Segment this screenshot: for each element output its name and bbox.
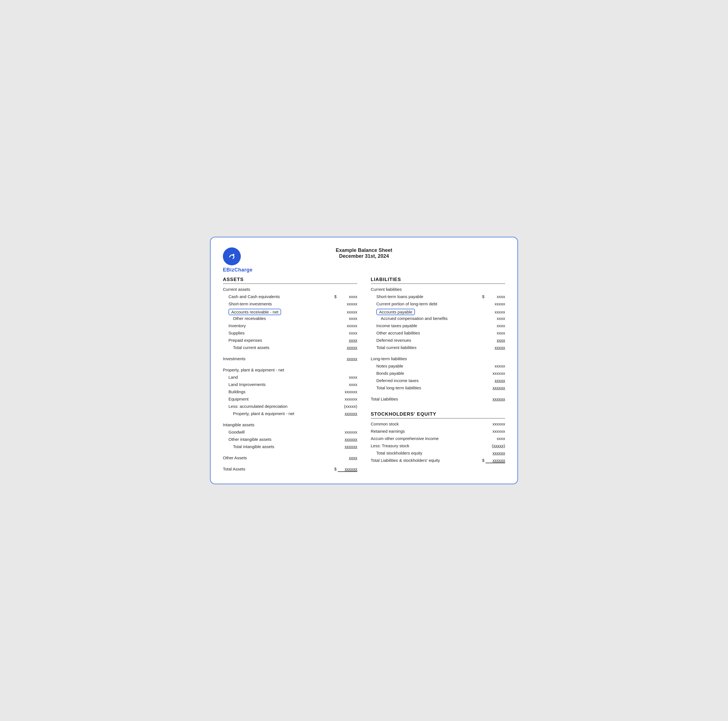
notes-payable-label: Notes payable	[376, 364, 480, 368]
retained-earnings-row: Retained earnings xxxxxx	[371, 429, 505, 436]
accrued-comp-label: Accrued compensation and benefits	[381, 316, 480, 321]
inventory-label: Inventory	[228, 323, 333, 328]
logo-text: EBizCharge	[223, 267, 252, 273]
ppe-net-label: Property, plant & equipment - net	[233, 411, 333, 416]
common-stock-label: Common stock	[371, 422, 480, 426]
retained-earnings-label: Retained earnings	[371, 429, 480, 434]
liabilities-section-title: LIABILITIES	[371, 277, 505, 284]
cash-label: Cash and Cash equivalents	[228, 294, 333, 299]
other-receivables-value: xxxx	[338, 316, 357, 321]
notes-payable-row: Notes payable xxxxx	[371, 363, 505, 371]
current-ltd-row: Current portion of long-term debt xxxxx	[371, 301, 505, 309]
income-tax-payable-label: Income taxes payable	[376, 323, 480, 328]
deferred-revenues-label: Deferred revenues	[376, 338, 480, 342]
accounts-payable-row: Accounts payable xxxxx	[371, 309, 505, 316]
accounts-receivable-label: Accounts receivable - net	[228, 309, 333, 315]
prepaid-value: xxxx	[338, 338, 357, 342]
treasury-stock-value: (xxxxx)	[485, 443, 505, 448]
equipment-label: Equipment	[228, 397, 333, 401]
logo-icon	[223, 247, 241, 265]
longterm-label: Long-term liabilities	[371, 356, 505, 361]
intangible-header-row: Intangible assets	[223, 422, 357, 429]
income-tax-payable-value: xxxx	[485, 323, 505, 328]
buildings-value: xxxxxx	[338, 390, 357, 394]
short-term-loans-row: Short-term loans payable $ xxxx	[371, 294, 505, 301]
buildings-label: Buildings	[228, 390, 333, 394]
total-assets-value: xxxxxx	[338, 467, 357, 472]
accum-other-income-row: Accum other comprehensive income xxxx	[371, 436, 505, 443]
accrued-comp-row: Accrued compensation and benefits xxxx	[371, 316, 505, 323]
supplies-row: Supplies xxxx	[223, 330, 357, 338]
goodwill-label: Goodwill	[228, 430, 333, 434]
land-improvements-row: Land Improvements xxxx	[223, 382, 357, 389]
prepaid-row: Prepaid expenses xxxx	[223, 338, 357, 345]
land-value: xxxx	[338, 375, 357, 380]
short-term-inv-value: xxxxx	[338, 301, 357, 306]
retained-earnings-value: xxxxxx	[485, 429, 505, 434]
other-assets-value: xxxx	[338, 455, 357, 460]
total-intangible-label: Total intangible assets	[233, 444, 333, 449]
deferred-revenues-value: xxxx	[485, 338, 505, 342]
bonds-payable-label: Bonds payable	[376, 371, 480, 376]
other-assets-label: Other Assets	[223, 455, 333, 460]
logo-section: EBizCharge	[223, 247, 262, 273]
short-term-loans-value: xxxx	[485, 294, 505, 299]
total-current-liabilities-label: Total current liabilities	[376, 345, 480, 350]
liabilities-column: LIABILITIES Current liabilities Short-te…	[371, 277, 505, 474]
deferred-income-taxes-row: Deferred income taxes xxxxx	[371, 378, 505, 385]
ppe-net-row: Property, plant & equipment - net xxxxxx	[223, 411, 357, 418]
total-current-assets-row: Total current assets xxxxx	[223, 345, 357, 352]
current-liabilities-label: Current liabilities	[371, 287, 505, 292]
total-liabilities-row: Total Liabilities xxxxxx	[371, 396, 505, 403]
total-liab-equity-label: Total Liabilities & stockholders' equity	[371, 458, 480, 463]
longterm-header-row: Long-term liabilities	[371, 356, 505, 363]
inventory-row: Inventory xxxxx	[223, 323, 357, 330]
cash-dollar: $	[333, 294, 336, 299]
total-equity-row: Total stockholders equity xxxxxx	[371, 451, 505, 458]
total-liab-equity-row: Total Liabilities & stockholders' equity…	[371, 458, 505, 465]
cash-value: xxxx	[338, 294, 357, 299]
title-section: Example Balance Sheet December 31st, 202…	[262, 247, 466, 259]
total-liab-equity-dollar: $	[480, 458, 485, 463]
other-assets-row: Other Assets xxxx	[223, 455, 357, 462]
current-assets-header: Current assets	[223, 287, 357, 294]
land-improvements-label: Land Improvements	[228, 382, 333, 387]
land-improvements-value: xxxx	[338, 382, 357, 387]
total-longterm-row: Total long-term liabilities xxxxxx	[371, 385, 505, 393]
assets-column: ASSETS Current assets Cash and Cash equi…	[223, 277, 357, 474]
top-row: EBizCharge Example Balance Sheet Decembe…	[223, 247, 505, 273]
other-receivables-label: Other receivables	[233, 316, 333, 321]
common-stock-row: Common stock xxxxxx	[371, 421, 505, 429]
total-longterm-value: xxxxxx	[485, 385, 505, 390]
other-intangible-value: xxxxxx	[338, 437, 357, 441]
current-liabilities-header: Current liabilities	[371, 287, 505, 294]
current-ltd-label: Current portion of long-term debt	[376, 301, 480, 306]
ppe-label: Property, plant & equipment - net	[223, 368, 357, 372]
accounts-receivable-row: Accounts receivable - net xxxxx	[223, 309, 357, 316]
other-intangible-label: Other intangible assets	[228, 437, 333, 441]
short-term-inv-row: Short-term investments xxxxx	[223, 301, 357, 309]
ppe-net-value: xxxxxx	[338, 411, 357, 416]
balance-sheet-card: EBizCharge Example Balance Sheet Decembe…	[210, 237, 518, 484]
equipment-value: xxxxxx	[338, 397, 357, 401]
total-liabilities-label: Total Liabilities	[371, 397, 480, 401]
buildings-row: Buildings xxxxxx	[223, 389, 357, 396]
ppe-header-row: Property, plant & equipment - net	[223, 367, 357, 374]
accum-depreciation-label: Less: accumulated depreciation	[228, 404, 333, 409]
svg-point-1	[232, 254, 234, 255]
supplies-label: Supplies	[228, 330, 333, 335]
assets-section-title: ASSETS	[223, 277, 357, 284]
common-stock-value: xxxxxx	[485, 422, 505, 426]
current-ltd-value: xxxxx	[485, 301, 505, 306]
current-assets-label: Current assets	[223, 287, 357, 292]
goodwill-value: xxxxxx	[338, 430, 357, 434]
land-row: Land xxxx	[223, 374, 357, 382]
cash-row: Cash and Cash equivalents $ xxxx	[223, 294, 357, 301]
total-intangible-value: xxxxxx	[338, 444, 357, 449]
accrued-comp-value: xxxx	[485, 316, 505, 321]
total-current-liabilities-row: Total current liabilities xxxxx	[371, 345, 505, 352]
equity-section-title: STOCKHOLDERS' EQUITY	[371, 411, 505, 419]
investments-row: Investments xxxxx	[223, 356, 357, 363]
bonds-payable-row: Bonds payable xxxxxx	[371, 371, 505, 378]
total-current-liabilities-value: xxxxx	[485, 345, 505, 350]
